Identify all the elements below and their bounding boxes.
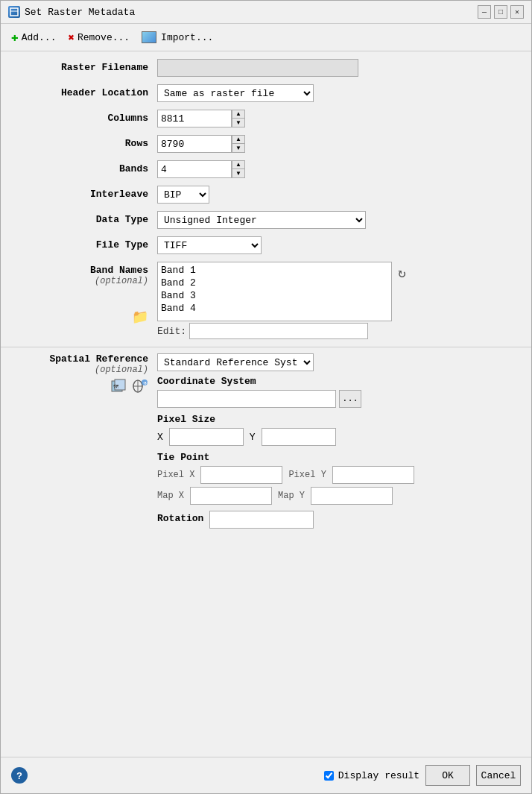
file-type-control: TIFF RAW JPEG PNG [157, 236, 524, 254]
rows-row: Rows ▲ ▼ [1, 135, 531, 153]
raster-filename-input[interactable] [157, 59, 358, 77]
remove-icon: ✖ [68, 31, 74, 44]
rows-spinner-btns: ▲ ▼ [232, 135, 245, 153]
help-button[interactable]: ? [11, 767, 28, 784]
svg-text:👁: 👁 [143, 381, 148, 386]
tie-point-label: Tie Point [157, 452, 524, 463]
close-button[interactable]: ✕ [510, 5, 524, 19]
maximize-button[interactable]: □ [494, 5, 507, 19]
coordinate-system-label: Coordinate System [157, 376, 524, 387]
map-x-label: Map X [157, 491, 184, 501]
interleave-label: Interleave [8, 186, 157, 200]
rows-spinner: ▲ ▼ [157, 135, 245, 153]
raster-filename-control [157, 59, 524, 77]
spatial-reference-panel: Standard Reference System Custom Coordin… [157, 353, 524, 529]
rows-input[interactable] [157, 135, 232, 153]
pixel-x-input[interactable] [169, 428, 244, 446]
rows-decrement-button[interactable]: ▼ [232, 144, 244, 152]
band-names-control: Band 1 Band 2 Band 3 Band 4 Edit: ↻ [157, 262, 524, 339]
bands-spinner-btns: ▲ ▼ [232, 160, 245, 178]
data-type-select[interactable]: Unsigned Integer Integer Float Double [157, 211, 366, 229]
columns-increment-button[interactable]: ▲ [232, 110, 244, 119]
file-type-label: File Type [8, 236, 157, 251]
bands-input[interactable] [157, 160, 232, 178]
spatial-icon-2[interactable]: 👁 [132, 378, 148, 394]
file-type-row: File Type TIFF RAW JPEG PNG [1, 236, 531, 254]
srs-select[interactable]: Standard Reference System Custom [157, 353, 314, 371]
display-result-wrap: Display result [324, 770, 419, 781]
list-item: Band 2 [161, 277, 388, 289]
titlebar-controls: — □ ✕ [478, 5, 524, 19]
data-type-control: Unsigned Integer Integer Float Double [157, 211, 524, 229]
bands-label: Bands [8, 160, 157, 174]
pixel-size-xy-row: X Y [157, 428, 524, 446]
band-edit-input[interactable] [189, 323, 368, 339]
header-location-label: Header Location [8, 84, 157, 98]
rotation-label: Rotation [157, 513, 203, 524]
folder-icon[interactable]: 📁 [132, 310, 148, 325]
pixel-size-section: Pixel Size X Y [157, 414, 524, 446]
header-location-select[interactable]: Same as raster file Custom [157, 84, 314, 102]
browse-button[interactable]: ... [339, 390, 361, 408]
band-names-listbox[interactable]: Band 1 Band 2 Band 3 Band 4 [157, 262, 392, 321]
bands-decrement-button[interactable]: ▼ [232, 169, 244, 177]
spatial-icon-1[interactable]: 🗺 [111, 378, 127, 394]
interleave-row: Interleave BIP BIL BSQ [1, 186, 531, 204]
raster-filename-label: Raster Filename [8, 59, 157, 73]
rows-label: Rows [8, 135, 157, 149]
tie-row-1: Pixel X Pixel Y [157, 466, 524, 484]
rows-increment-button[interactable]: ▲ [232, 136, 244, 144]
list-item: Band 3 [161, 289, 388, 302]
coordinate-system-input[interactable] [157, 390, 336, 408]
columns-decrement-button[interactable]: ▼ [232, 119, 244, 127]
pixel-y-tie-label: Pixel Y [288, 470, 326, 480]
tie-row-2: Map X Map Y [157, 487, 524, 505]
columns-label: Columns [8, 110, 157, 124]
spatial-reference-label: Spatial Reference [49, 353, 148, 365]
spatial-reference-row: Spatial Reference (optional) 🗺 [1, 353, 531, 529]
tie-point-section: Tie Point Pixel X Pixel Y Map X Map Y [157, 452, 524, 505]
remove-button[interactable]: ✖ Remove... [68, 31, 130, 44]
footer-left: ? [11, 767, 28, 784]
cancel-button[interactable]: Cancel [476, 765, 521, 786]
map-x-input[interactable] [190, 487, 272, 505]
bands-increment-button[interactable]: ▲ [232, 161, 244, 169]
columns-input[interactable] [157, 110, 232, 127]
pixel-y-tie-input[interactable] [332, 466, 414, 484]
rotation-section: Rotation [157, 511, 524, 529]
import-button[interactable]: Import... [142, 31, 213, 43]
edit-label: Edit: [157, 326, 186, 337]
refresh-icon[interactable]: ↻ [398, 265, 406, 281]
interleave-select[interactable]: BIP BIL BSQ [157, 186, 209, 204]
minimize-button[interactable]: — [478, 5, 491, 19]
columns-spinner-btns: ▲ ▼ [232, 110, 245, 127]
window-title: Set Raster Metadata [25, 7, 135, 18]
spatial-reference-optional: (optional) [95, 365, 148, 375]
coordinate-system-section: Coordinate System ... [157, 376, 524, 408]
import-icon [142, 31, 156, 43]
spatial-reference-label-area: Spatial Reference (optional) 🗺 [8, 353, 157, 394]
pixel-size-label: Pixel Size [157, 414, 524, 425]
file-type-select[interactable]: TIFF RAW JPEG PNG [157, 236, 262, 254]
pixel-y-input[interactable] [262, 428, 336, 446]
columns-control: ▲ ▼ [157, 110, 524, 127]
map-y-input[interactable] [311, 487, 393, 505]
footer: ? Display result OK Cancel [1, 757, 531, 793]
display-result-checkbox[interactable] [324, 771, 334, 781]
titlebar-left: Set Raster Metadata [8, 6, 135, 18]
band-names-row: Band Names (optional) 📁 Band 1 Band 2 Ba… [1, 262, 531, 339]
titlebar: Set Raster Metadata — □ ✕ [1, 1, 531, 24]
columns-spinner: ▲ ▼ [157, 110, 245, 127]
list-item: Band 4 [161, 302, 388, 315]
data-type-row: Data Type Unsigned Integer Integer Float… [1, 211, 531, 229]
window-icon [8, 6, 20, 18]
raster-filename-row: Raster Filename [1, 59, 531, 77]
columns-row: Columns ▲ ▼ [1, 110, 531, 127]
add-button[interactable]: ✚ Add... [11, 30, 56, 45]
remove-label: Remove... [77, 32, 130, 43]
pixel-x-tie-input[interactable] [200, 466, 282, 484]
rotation-input[interactable] [209, 511, 314, 529]
band-names-section: Band 1 Band 2 Band 3 Band 4 Edit: [157, 262, 392, 339]
ok-button[interactable]: OK [425, 765, 470, 786]
pixel-x-tie-label: Pixel X [157, 470, 194, 480]
